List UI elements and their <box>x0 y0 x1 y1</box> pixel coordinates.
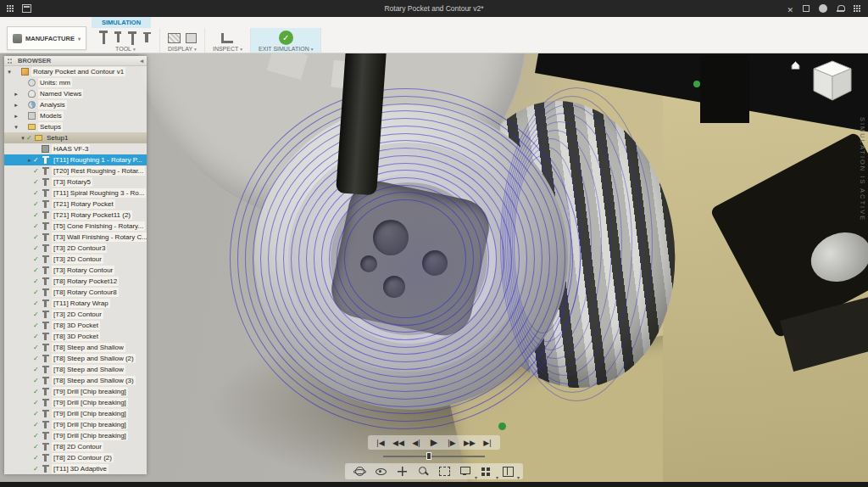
operation-check-icon[interactable]: ✓ <box>33 223 41 230</box>
tree-item[interactable]: ✓[T5] Cone Finishing - Rotary... <box>4 221 147 232</box>
tree-item[interactable]: ✓[T8] Rotary Contour8 <box>4 287 147 298</box>
operation-check-icon[interactable]: ✓ <box>33 168 41 175</box>
tree-item[interactable]: ✓[T9] Drill [Chip breaking] <box>4 430 147 441</box>
operation-check-icon[interactable]: ✓ <box>33 157 41 164</box>
operation-check-icon[interactable]: ✓ <box>33 300 41 307</box>
look-at-icon[interactable] <box>375 466 387 477</box>
tree-item[interactable]: ✓[T8] Rotary Pocket12 <box>4 276 147 287</box>
caret-icon[interactable]: ▸ <box>13 91 19 98</box>
operation-check-icon[interactable]: ✓ <box>33 333 41 340</box>
exit-simulation-check-icon[interactable] <box>279 31 293 45</box>
caret-icon[interactable]: ▾ <box>19 135 26 142</box>
operation-check-icon[interactable]: ✓ <box>33 245 41 252</box>
operation-check-icon[interactable]: ✓ <box>33 212 41 219</box>
tree-item[interactable]: ✓[T3] 2D Contour <box>4 309 147 320</box>
display-settings-icon[interactable] <box>459 466 472 477</box>
operation-check-icon[interactable]: ✓ <box>26 135 34 142</box>
caret-icon[interactable]: ▸ <box>13 113 19 120</box>
apps-icon[interactable] <box>854 5 861 13</box>
tree-item[interactable]: ✓[T3] Rotary5 <box>4 176 147 188</box>
caret-icon[interactable]: ▾ <box>13 124 19 131</box>
mill-tool-icon[interactable] <box>99 31 108 46</box>
tree-item[interactable]: ✓[T9] Drill [Chip breaking] <box>4 397 147 408</box>
tree-item[interactable]: ▾✓Setup1 <box>4 132 147 143</box>
pan-icon[interactable] <box>396 466 409 477</box>
tree-item[interactable]: ✓[T21] Rotary Pocket11 (2) <box>4 210 147 221</box>
tree-item[interactable]: ✓[T8] 2D Contour (2) <box>4 452 147 463</box>
tree-item[interactable]: ✓[T3] Rotary Contour <box>4 265 147 276</box>
operation-check-icon[interactable]: ✓ <box>33 256 41 263</box>
tree-item[interactable]: ✓[T3] 2D Contour3 <box>4 243 147 254</box>
grid-and-snaps-icon[interactable] <box>481 466 493 477</box>
model-display-icon[interactable] <box>186 33 197 43</box>
tree-item[interactable]: ✓[T8] Steep and Shallow (2) <box>4 353 147 364</box>
next-operation-button[interactable]: ▶▶ <box>464 439 476 447</box>
operation-check-icon[interactable]: ✓ <box>33 190 41 197</box>
timeline-handle[interactable] <box>426 452 431 460</box>
tree-item[interactable]: ✓[T9] Drill [Chip breaking] <box>4 408 147 419</box>
tree-item[interactable]: ✓[T21] Rotary Pocket <box>4 199 147 210</box>
previous-operation-button[interactable]: ◀◀ <box>392 439 404 447</box>
tree-item[interactable]: ▸Named Views <box>4 88 147 99</box>
notifications-icon[interactable] <box>837 4 844 13</box>
operation-check-icon[interactable]: ✓ <box>33 234 41 241</box>
measure-icon[interactable] <box>221 33 233 43</box>
tree-item[interactable]: ✓[T3] Wall Finishing - Rotary C... <box>4 232 147 243</box>
caret-icon[interactable]: ▾ <box>6 69 13 76</box>
browser-header[interactable]: BROWSER ◂ <box>4 56 147 66</box>
caret-icon[interactable]: ▸ <box>26 157 33 164</box>
timeline-track[interactable] <box>383 456 485 457</box>
step-forward-button[interactable]: |▶ <box>446 439 458 447</box>
tree-item[interactable]: ✓[T11] Rotary Wrap <box>4 298 147 309</box>
tree-item[interactable]: HAAS VF-3 <box>4 143 147 154</box>
home-icon[interactable] <box>790 60 801 70</box>
exit-simulation-group[interactable]: EXIT SIMULATION <box>251 28 321 53</box>
display-group-label[interactable]: DISPLAY <box>168 46 197 52</box>
restore-icon[interactable] <box>803 5 810 12</box>
tree-item[interactable]: ✓[T8] 2D Contour <box>4 441 147 452</box>
mill-tool-4-icon[interactable] <box>142 32 152 43</box>
operation-check-icon[interactable]: ✓ <box>33 344 41 351</box>
operation-check-icon[interactable]: ✓ <box>33 378 41 384</box>
tree-item[interactable]: ✓[T20] Rest Roughing - Rotar... <box>4 165 147 176</box>
timeline-slider[interactable] <box>383 452 485 460</box>
viewports-icon[interactable] <box>502 466 515 477</box>
workspace-selector[interactable]: MANUFACTURE <box>7 26 86 50</box>
skip-to-end-button[interactable]: ▶| <box>481 439 493 447</box>
collapse-panel-icon[interactable]: ◂ <box>140 58 143 64</box>
tree-item[interactable]: ✓[T8] Steep and Shallow <box>4 364 147 375</box>
tree-item[interactable]: ▸Analysis <box>4 99 147 110</box>
tree-item[interactable]: ✓[T11] 3D Adaptive <box>4 463 147 474</box>
tree-item[interactable]: ▸Models <box>4 110 147 121</box>
tree-item[interactable]: ✓[T8] 3D Pocket <box>4 331 147 342</box>
tree-item[interactable]: ✓[T8] Steep and Shallow (3) <box>4 375 147 386</box>
tab-simulation[interactable]: SIMULATION <box>92 17 151 28</box>
operation-check-icon[interactable]: ✓ <box>33 289 41 296</box>
operation-check-icon[interactable]: ✓ <box>33 179 41 186</box>
skip-to-start-button[interactable]: |◀ <box>375 439 387 447</box>
operation-check-icon[interactable]: ✓ <box>33 444 41 451</box>
operation-check-icon[interactable]: ✓ <box>33 422 41 428</box>
fit-icon[interactable] <box>438 466 451 477</box>
tree-item[interactable]: ✓[T11] Spiral Roughing 3 - Ro... <box>4 188 147 199</box>
viewcube-cube-icon[interactable] <box>809 59 856 104</box>
zoom-icon[interactable] <box>417 466 430 477</box>
profile-icon[interactable] <box>819 4 827 13</box>
tree-item[interactable]: ✓[T9] Drill [Chip breaking] <box>4 419 147 430</box>
tree-item[interactable]: ▾Rotary Pocket and Contour v1 <box>4 66 147 77</box>
mill-tool-3-icon[interactable] <box>128 31 137 45</box>
tree-item[interactable]: ▸✓[T11] Roughing 1 - Rotary P... <box>4 154 147 165</box>
operation-check-icon[interactable]: ✓ <box>33 411 41 417</box>
step-back-button[interactable]: ◀| <box>410 439 422 447</box>
stock-display-icon[interactable] <box>168 33 181 43</box>
operation-check-icon[interactable]: ✓ <box>33 389 41 395</box>
operation-check-icon[interactable]: ✓ <box>33 278 41 285</box>
tree-item[interactable]: ✓[T8] Steep and Shallow <box>4 342 147 353</box>
drag-grip-icon[interactable] <box>8 59 14 64</box>
exit-simulation-label[interactable]: EXIT SIMULATION <box>259 46 313 52</box>
mill-tool-2-icon[interactable] <box>114 31 123 44</box>
operation-check-icon[interactable]: ✓ <box>33 433 41 439</box>
orbit-icon[interactable] <box>353 466 366 477</box>
tree-item[interactable]: ✓[T3] 2D Contour <box>4 254 147 265</box>
close-icon[interactable] <box>787 1 793 16</box>
